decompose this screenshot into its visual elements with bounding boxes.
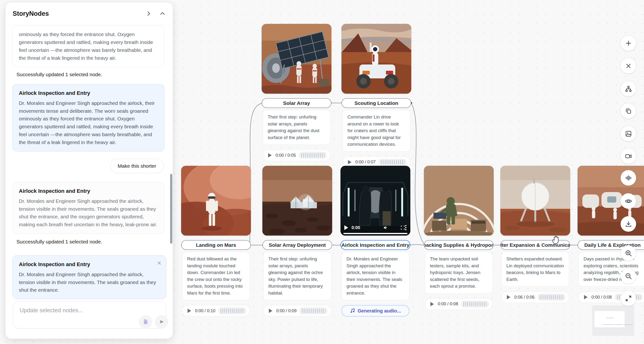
fit-view-button[interactable]	[620, 290, 636, 306]
auto-layout-button[interactable]	[620, 81, 636, 96]
play-icon[interactable]	[348, 160, 352, 164]
video-play-icon[interactable]	[344, 225, 348, 230]
node-title-label: Solar Array Deployment	[269, 242, 326, 248]
generate-image-button[interactable]	[620, 126, 636, 142]
story-node-shelter-expansion: Shelter Expansion & Communication Shelte…	[500, 166, 570, 303]
mars-landing-illustration	[181, 166, 251, 236]
waveform-icon[interactable]	[461, 300, 489, 308]
audio-player[interactable]: 0:06 / 0:06	[501, 292, 569, 303]
play-icon[interactable]	[584, 295, 588, 299]
node-description[interactable]: Red dust billowed as the landing module …	[182, 252, 250, 300]
node-description[interactable]: The team unpacked soil testers, sample k…	[425, 252, 493, 294]
mute-icon[interactable]	[383, 224, 388, 231]
mars-rover-illustration	[342, 24, 411, 94]
close-icon[interactable]: ×	[157, 260, 161, 266]
audio-player[interactable]: 0:00 / 0:09	[263, 305, 331, 316]
chevron-right-icon[interactable]	[146, 10, 152, 17]
zoom-out-button[interactable]	[620, 268, 636, 284]
generating-audio-label: Generating audio...	[358, 308, 401, 314]
preview-button[interactable]	[620, 193, 636, 209]
audio-player[interactable]: 0:00 / 0:05	[262, 150, 330, 161]
node-image-solar-array[interactable]	[262, 24, 332, 94]
panel-scrollbar[interactable]	[170, 174, 172, 244]
send-icon	[159, 319, 164, 325]
audio-time: 0:06 / 0:06	[514, 295, 534, 300]
node-description[interactable]: Their first step: unfurling solar arrays…	[262, 110, 330, 145]
node-title-pill[interactable]: Solar Array Deployment	[262, 240, 332, 250]
video-camera-icon	[625, 153, 632, 160]
duplicate-button[interactable]	[620, 103, 636, 119]
storynodes-panel: StoryNodes ominously as they forced the …	[6, 2, 173, 339]
image-icon	[625, 130, 632, 137]
video-player[interactable]: 0:00	[340, 166, 410, 236]
node-title-pill[interactable]: Landing on Mars	[181, 240, 251, 250]
node-card-title: Airlock Inspection and Entry	[19, 187, 158, 196]
play-icon[interactable]	[269, 309, 272, 313]
user-message-card: Airlock Inspection and Entry Dr. Morales…	[12, 182, 164, 234]
delete-node-button[interactable]	[620, 58, 636, 74]
audio-waveform-icon	[625, 174, 632, 182]
node-content-card: Airlock Inspection and Entry Dr. Morales…	[12, 84, 164, 152]
node-description[interactable]: Shelters expanded outward. Lin deployed …	[501, 252, 569, 287]
audio-time: 0:00 / 0:08	[592, 295, 612, 300]
node-image-solar-array-deployment[interactable]	[262, 166, 332, 236]
waveform-icon[interactable]	[299, 152, 327, 159]
node-image-shelter-expansion[interactable]	[500, 166, 570, 236]
mars-solar-array-illustration	[262, 24, 332, 94]
document-icon	[143, 319, 148, 325]
node-title-pill[interactable]: Scouting Location	[342, 98, 411, 108]
waveform-icon[interactable]	[218, 307, 246, 314]
zoom-in-button[interactable]	[620, 245, 636, 261]
node-title-pill[interactable]: Unpacking Supplies & Hydroponics	[424, 240, 494, 250]
node-card-body: Dr. Morales and Engineer Singh approache…	[19, 271, 160, 294]
expand-icon	[625, 295, 632, 302]
generate-audio-button[interactable]	[620, 170, 636, 186]
node-card-body: Dr. Morales and Engineer Singh approache…	[19, 197, 158, 229]
audio-time: 0:00 / 0:09	[276, 308, 296, 314]
node-image-landing-on-mars[interactable]	[181, 166, 251, 236]
story-node-daily-life: Daily Life & Exploration Days passed in …	[578, 166, 644, 303]
download-icon	[625, 220, 632, 228]
audio-player[interactable]: 0:00 / 0:08	[425, 298, 493, 310]
plus-icon	[625, 40, 632, 47]
video-progress-bar[interactable]	[344, 233, 408, 234]
update-nodes-input[interactable]	[20, 307, 120, 324]
attach-document-button[interactable]	[139, 315, 152, 328]
node-title-label: Solar Array	[283, 100, 310, 106]
waveform-icon[interactable]	[300, 307, 328, 314]
play-icon[interactable]	[507, 295, 510, 299]
play-icon[interactable]	[268, 153, 272, 158]
video-menu-icon[interactable]	[405, 224, 406, 231]
play-icon[interactable]	[430, 302, 434, 306]
chevron-up-icon[interactable]	[160, 10, 166, 17]
node-description[interactable]: Dr. Morales and Engineer Singh approache…	[342, 252, 409, 300]
dome-observatory-illustration	[500, 166, 570, 236]
node-title-pill-selected[interactable]: Airlock Inspection and Entry	[340, 240, 410, 250]
download-button[interactable]	[620, 216, 636, 232]
generate-video-button[interactable]	[620, 148, 636, 164]
audio-time: 0:00 / 0:05	[276, 153, 296, 158]
minimap[interactable]	[592, 305, 634, 336]
node-title-pill[interactable]: Solar Array	[262, 98, 332, 108]
node-title-label: Airlock Inspection and Entry	[342, 242, 410, 248]
node-description[interactable]: Commander Lin drive around on a rower to…	[342, 110, 410, 152]
node-title-label: Scouting Location	[354, 100, 398, 106]
send-button[interactable]	[155, 315, 168, 328]
story-node-unpacking-supplies: Unpacking Supplies & Hydroponics The tea…	[424, 166, 494, 310]
fullscreen-icon[interactable]	[400, 225, 405, 230]
play-icon[interactable]	[188, 309, 191, 313]
make-shorter-button[interactable]: Make this shorter	[110, 158, 164, 173]
waveform-icon[interactable]	[378, 158, 407, 166]
add-node-button[interactable]	[620, 35, 636, 51]
greenhouse-illustration	[424, 166, 494, 236]
node-image-scouting-location[interactable]	[342, 24, 411, 94]
generating-audio-status: Generating audio...	[342, 305, 409, 316]
waveform-icon[interactable]	[538, 294, 566, 301]
node-description[interactable]: Their first step: unfurling solar arrays…	[263, 252, 331, 300]
audio-player[interactable]: 0:00 / 0:10	[182, 305, 250, 316]
hand-cursor	[551, 235, 560, 245]
close-icon	[625, 62, 632, 69]
node-image-unpacking-supplies[interactable]	[424, 166, 494, 236]
node-card-title: Airlock Inspection and Entry	[19, 89, 158, 98]
eye-icon	[625, 197, 632, 205]
